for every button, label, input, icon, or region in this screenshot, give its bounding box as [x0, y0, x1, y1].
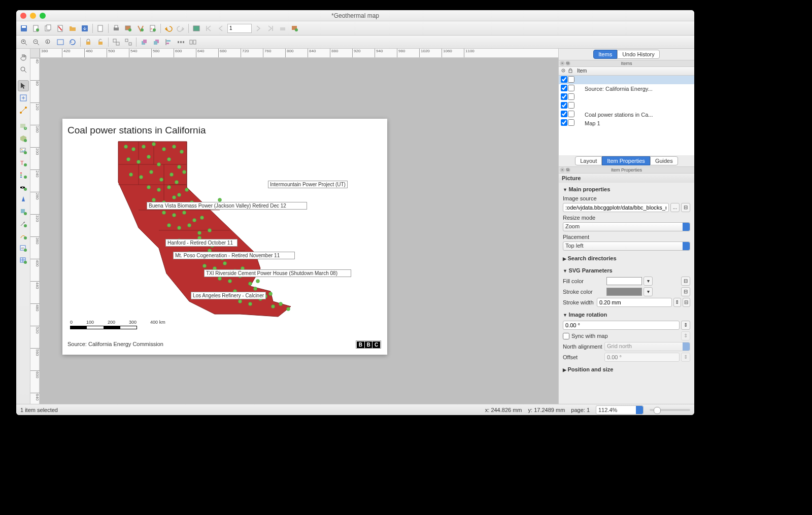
- save-template-icon[interactable]: [79, 23, 90, 34]
- item-row[interactable]: [559, 76, 694, 84]
- zoom-in-icon[interactable]: +: [18, 37, 29, 48]
- browse-button[interactable]: ...: [670, 203, 680, 212]
- rotation-spinner[interactable]: ⇕: [681, 321, 690, 330]
- undo-icon[interactable]: [163, 23, 174, 34]
- fill-dropdown-button[interactable]: ▾: [644, 277, 653, 286]
- zoom-actual-icon[interactable]: 1: [43, 37, 54, 48]
- undock-panel-icon[interactable]: ⧉: [565, 167, 570, 173]
- item-visible-checkbox[interactable]: [561, 119, 567, 126]
- svg-parameters-group[interactable]: SVG Parameters: [563, 266, 690, 275]
- stroke-dropdown-button[interactable]: ▾: [644, 287, 653, 296]
- item-lock-checkbox[interactable]: [568, 76, 574, 83]
- sync-spinner[interactable]: ⇕: [681, 331, 690, 340]
- add-shape-icon[interactable]: [18, 206, 29, 217]
- undo-history-tab[interactable]: Undo History: [617, 50, 660, 59]
- add-legend-icon[interactable]: [18, 169, 29, 181]
- stroke-width-spinner[interactable]: ⇕: [673, 298, 681, 307]
- rotation-angle-input[interactable]: [563, 321, 680, 330]
- add-north-arrow-icon[interactable]: [18, 194, 29, 205]
- stroke-override-button[interactable]: ⊟: [681, 287, 690, 296]
- export-image-icon[interactable]: [123, 23, 134, 34]
- add-node-item-icon[interactable]: [18, 230, 29, 242]
- edit-nodes-tool-icon[interactable]: [18, 105, 29, 116]
- move-content-tool-icon[interactable]: [18, 92, 29, 104]
- distribute-icon[interactable]: [175, 37, 186, 48]
- zoom-full-icon[interactable]: [55, 37, 66, 48]
- add-table-icon[interactable]: [18, 255, 29, 266]
- save-icon[interactable]: [18, 23, 29, 34]
- unlock-icon[interactable]: [95, 37, 106, 48]
- add-map-icon[interactable]: +: [18, 121, 29, 132]
- item-lock-checkbox[interactable]: [568, 102, 574, 109]
- item-lock-checkbox[interactable]: [568, 119, 574, 126]
- zoom-out-icon[interactable]: −: [30, 37, 42, 48]
- image-source-input[interactable]: [563, 203, 669, 212]
- zoom-slider[interactable]: [650, 409, 690, 411]
- open-folder-icon[interactable]: [67, 23, 78, 34]
- last-page-icon[interactable]: [265, 23, 276, 34]
- raise-icon[interactable]: [139, 37, 150, 48]
- page-number-input[interactable]: [227, 24, 252, 33]
- item-visible-checkbox[interactable]: [561, 76, 567, 83]
- image-rotation-group[interactable]: Image rotation: [563, 310, 690, 319]
- add-picture-icon[interactable]: [18, 145, 29, 156]
- export-svg-icon[interactable]: [135, 23, 146, 34]
- lock-icon[interactable]: [83, 37, 94, 48]
- layout-tab[interactable]: Layout: [575, 156, 602, 165]
- atlas-settings-icon[interactable]: [191, 23, 202, 34]
- add-arrow-icon[interactable]: [18, 218, 29, 229]
- atlas-print-icon[interactable]: [277, 23, 288, 34]
- lower-icon[interactable]: [151, 37, 162, 48]
- item-lock-checkbox[interactable]: [568, 85, 574, 91]
- item-row[interactable]: Source: California Energy...: [559, 84, 694, 93]
- add-scalebar-icon[interactable]: [18, 182, 29, 193]
- item-properties-tab[interactable]: Item Properties: [602, 156, 650, 165]
- item-visible-checkbox[interactable]: [561, 102, 567, 109]
- close-panel-icon[interactable]: ×: [560, 61, 565, 66]
- page-properties-icon[interactable]: [95, 23, 106, 34]
- item-lock-checkbox[interactable]: [568, 111, 574, 117]
- item-visible-checkbox[interactable]: [561, 85, 567, 91]
- delete-layout-icon[interactable]: [55, 23, 66, 34]
- search-directories-group[interactable]: Search directories: [563, 254, 690, 263]
- item-visible-checkbox[interactable]: [561, 93, 567, 100]
- stroke-width-input[interactable]: [597, 298, 672, 307]
- add-3dmap-icon[interactable]: [18, 133, 29, 144]
- item-row[interactable]: Map 1: [559, 119, 694, 127]
- group-icon[interactable]: [111, 37, 122, 48]
- resize-icon[interactable]: [187, 37, 198, 48]
- fill-color-swatch[interactable]: [606, 277, 642, 285]
- align-left-icon[interactable]: [163, 37, 174, 48]
- ungroup-icon[interactable]: [123, 37, 134, 48]
- zoom-combo[interactable]: 112.4%: [596, 405, 644, 415]
- item-row[interactable]: Coal power stations in Ca...: [559, 110, 694, 119]
- export-pdf-icon[interactable]: P: [147, 23, 158, 34]
- item-row[interactable]: [559, 93, 694, 101]
- main-properties-group[interactable]: Main properties: [563, 185, 690, 194]
- item-lock-checkbox[interactable]: [568, 93, 574, 100]
- atlas-export-icon[interactable]: [289, 23, 300, 34]
- layout-canvas[interactable]: Coal power stations in California Interm…: [40, 58, 558, 404]
- duplicate-layout-icon[interactable]: [43, 23, 54, 34]
- stroke-color-swatch[interactable]: [606, 288, 642, 296]
- print-icon[interactable]: [111, 23, 122, 34]
- item-visible-checkbox[interactable]: [561, 111, 567, 117]
- next-page-icon[interactable]: [253, 23, 264, 34]
- undock-panel-icon[interactable]: ⧉: [565, 61, 570, 66]
- close-panel-icon[interactable]: ×: [560, 167, 565, 173]
- stroke-width-override-button[interactable]: ⊟: [683, 298, 690, 307]
- new-layout-icon[interactable]: [30, 23, 42, 34]
- refresh-icon[interactable]: [67, 37, 78, 48]
- prev-page-icon[interactable]: [215, 23, 226, 34]
- position-size-group[interactable]: Position and size: [563, 365, 690, 374]
- placement-select[interactable]: Top left: [563, 242, 690, 251]
- items-tab[interactable]: Items: [593, 50, 617, 59]
- add-html-icon[interactable]: </>: [18, 243, 29, 254]
- item-row[interactable]: [559, 101, 694, 110]
- fill-override-button[interactable]: ⊟: [681, 277, 690, 286]
- first-page-icon[interactable]: [203, 23, 214, 34]
- guides-tab[interactable]: Guides: [650, 156, 678, 165]
- sync-with-map-checkbox[interactable]: [563, 333, 569, 339]
- pan-tool-icon[interactable]: [18, 52, 29, 63]
- resize-mode-select[interactable]: Zoom: [563, 222, 690, 231]
